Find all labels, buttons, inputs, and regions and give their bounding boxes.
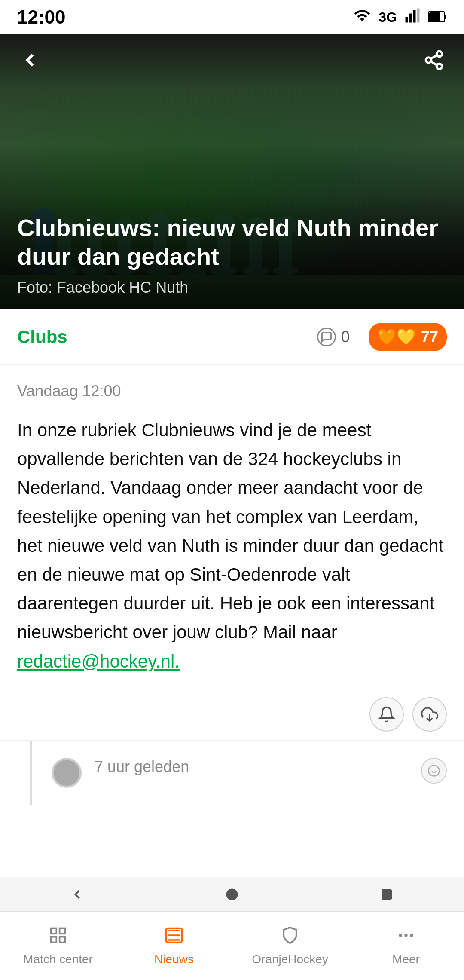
svg-rect-6 [429,12,440,21]
svg-rect-5 [445,15,446,19]
article-date: Vandaag 12:00 [17,382,447,400]
comment-item: 7 uur geleden [52,741,447,805]
news-icon [165,926,183,949]
android-back-button[interactable] [60,882,95,907]
reaction-count: 77 [421,328,438,346]
svg-rect-44 [51,928,57,934]
action-toolbar [0,689,464,740]
svg-rect-3 [417,8,420,22]
android-nav [0,877,464,911]
svg-point-41 [429,765,440,776]
hero-overlay: Clubnieuws: nieuw veld Nuth minder duur … [0,196,464,309]
nav-meer-label: Meer [392,952,420,966]
reaction-button[interactable]: 🧡💛 77 [369,323,447,351]
svg-point-51 [410,934,413,937]
share-icon [423,49,445,71]
svg-rect-53 [382,889,392,900]
svg-point-37 [437,64,442,69]
android-recent-icon [380,888,394,901]
article-body: In onze rubriek Clubnieuws vind je de me… [17,416,447,676]
status-time: 12:00 [17,6,66,28]
hero-title: Clubnieuws: nieuw veld Nuth minder duur … [17,213,447,271]
signal-3g: 3G [379,9,397,25]
top-nav [0,34,464,103]
category-label[interactable]: Clubs [17,327,67,347]
comment-avatar [52,758,82,788]
svg-rect-47 [60,937,65,942]
comment-reaction-button[interactable] [421,758,447,784]
android-back-icon [70,887,85,902]
back-button[interactable] [13,43,47,77]
svg-point-35 [437,51,442,57]
comment-button[interactable]: 0 [308,322,358,352]
article-text: In onze rubriek Clubnieuws vind je de me… [17,420,443,642]
svg-point-52 [226,888,238,900]
comment-meta: 7 uur geleden [95,758,408,776]
nav-oranjehockey[interactable]: OranjeHockey [232,912,348,980]
svg-rect-0 [406,17,408,23]
article-content: Vandaag 12:00 In onze rubriek Clubnieuws… [0,365,464,689]
avatar-dot [54,760,79,786]
comment-thread: 7 uur geleden [17,741,447,805]
android-home-icon [224,887,240,902]
nav-match-center[interactable]: Match center [0,912,116,980]
status-bar: 12:00 3G [0,0,464,34]
comment-count: 0 [341,328,350,346]
nav-meer[interactable]: Meer [348,912,464,980]
svg-rect-46 [51,937,57,942]
meta-actions: 0 🧡💛 77 [308,322,447,352]
comment-icon [317,328,336,346]
notify-button[interactable] [369,697,404,732]
svg-point-49 [399,934,402,937]
svg-rect-2 [413,10,416,23]
grid-icon [49,926,67,949]
android-recent-button[interactable] [369,882,404,907]
wifi-icon [354,7,371,28]
svg-point-36 [426,58,431,63]
svg-line-39 [431,55,437,59]
hero-photo-credit: Foto: Facebook HC Nuth [17,279,447,297]
reaction-emoji: 🧡💛 [377,328,416,346]
download-button[interactable] [412,697,447,732]
comment-time: 7 uur geleden [95,758,408,776]
signal-bars-icon [405,8,420,27]
svg-rect-45 [60,928,65,934]
nav-match-center-label: Match center [23,952,93,966]
svg-point-50 [404,934,407,937]
email-link[interactable]: redactie@hockey.nl. [17,651,180,671]
nav-nieuws-label: Nieuws [154,952,194,966]
battery-icon [428,8,447,26]
hero-image: Clubnieuws: nieuw veld Nuth minder duur … [0,34,464,309]
shield-icon [281,926,299,949]
svg-line-38 [431,61,437,65]
share-button[interactable] [417,43,451,77]
nav-oranjehockey-label: OranjeHockey [252,952,328,966]
android-home-button[interactable] [215,882,249,907]
status-icons: 3G [354,7,447,28]
nav-nieuws[interactable]: Nieuws [116,912,232,980]
svg-rect-1 [409,13,412,22]
bell-icon [378,706,395,723]
comments-section: 7 uur geleden [0,740,464,805]
download-icon [421,706,438,723]
comment-actions [421,758,447,784]
more-icon [397,926,415,949]
back-icon [19,49,41,71]
meta-row: Clubs 0 🧡💛 77 [0,309,464,365]
bottom-nav: Match center Nieuws OranjeHockey Meer [0,911,464,980]
reaction-icon [427,764,440,777]
